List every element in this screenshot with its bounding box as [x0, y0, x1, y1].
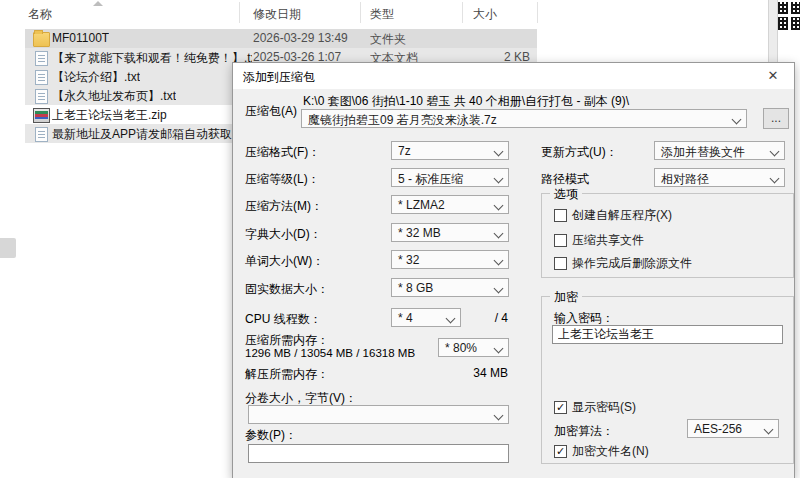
word-size-value: * 32 [398, 253, 419, 267]
archive-name-combo[interactable]: 魔镜街拍碧玉09 若月亮没来泳装.7z [301, 109, 747, 128]
parameters-label: 参数(P)： [245, 427, 297, 444]
format-select[interactable]: 7z [391, 141, 509, 160]
options-group-title: 选项 [550, 186, 582, 203]
solid-block-value: * 8 GB [398, 281, 433, 295]
word-size-label: 单词大小(W)： [245, 253, 324, 270]
table-row[interactable]: MF01100T 2026-03-29 13:49 文件夹 [25, 29, 537, 48]
file-name: 【永久地址发布页】.txt [52, 88, 176, 105]
archive-path: K:\0 套图\06 街拍\1-10 碧玉 共 40 个相册\自行打包 - 副本… [303, 93, 629, 110]
screen: 名称 修改日期 类型 大小 MF01100T 2026-03-29 13:49 … [0, 0, 800, 478]
column-divider[interactable] [360, 2, 361, 23]
checkbox-icon[interactable] [554, 209, 567, 222]
edge-tab[interactable] [0, 238, 16, 258]
qr-fragment-icon [791, 2, 800, 14]
dictionary-label: 字典大小(D)： [245, 226, 322, 243]
add-to-archive-dialog: 添加到压缩包 ✕ 压缩包(A)： K:\0 套图\06 街拍\1-10 碧玉 共… [232, 62, 795, 478]
options-group: 选项 创建自解压程序(X) 压缩共享文件 操作完成后删除源文件 [541, 193, 794, 278]
volume-size-combo[interactable] [248, 405, 509, 424]
level-select[interactable]: 5 - 标准压缩 [391, 168, 509, 187]
path-mode-select[interactable]: 相对路径 [654, 168, 785, 187]
cpu-threads-max: / 4 [468, 311, 508, 325]
delete-after-checkbox[interactable]: 操作完成后删除源文件 [554, 255, 692, 272]
word-size-select[interactable]: * 32 [391, 250, 509, 269]
text-file-icon [35, 70, 48, 85]
solid-block-label: 固实数据大小： [245, 281, 329, 298]
qr-fragment-icon [791, 17, 800, 30]
dictionary-select[interactable]: * 32 MB [391, 223, 509, 242]
chevron-down-icon [494, 284, 504, 294]
password-input[interactable] [552, 325, 783, 344]
dialog-titlebar[interactable]: 添加到压缩包 ✕ [233, 63, 794, 89]
algorithm-select[interactable]: AES-256 [687, 419, 779, 438]
chevron-down-icon [764, 425, 774, 435]
encrypt-names-label: 加密文件名(N) [572, 443, 649, 460]
chevron-down-icon [494, 201, 504, 211]
decompress-memory-value: 34 MB [448, 366, 508, 380]
dialog-title: 添加到压缩包 [243, 69, 315, 86]
checkbox-checked-icon[interactable]: ✓ [554, 401, 567, 414]
encryption-group: 加密 输入密码： ✓ 显示密码(S) 加密算法： AES-256 ✓ 加密文件名… [541, 296, 794, 464]
cpu-threads-select[interactable]: * 4 [391, 308, 461, 327]
solid-block-select[interactable]: * 8 GB [391, 278, 509, 297]
memory-usage-detail: 1296 MB / 13054 MB / 16318 MB [245, 347, 415, 359]
qr-fragment-icon [778, 17, 788, 30]
folder-icon [33, 32, 50, 47]
file-date: 2026-03-29 13:49 [253, 31, 348, 45]
file-name: 【来了就能下载和观看！纯免费！】.txt [52, 50, 252, 67]
update-mode-value: 添加并替换文件 [661, 145, 745, 159]
compress-shared-label: 压缩共享文件 [572, 232, 644, 249]
checkbox-icon[interactable] [554, 234, 567, 247]
algorithm-label: 加密算法： [554, 423, 614, 440]
file-type: 文件夹 [370, 31, 406, 48]
checkbox-checked-icon[interactable]: ✓ [554, 445, 567, 458]
decompress-memory-label: 解压所需内存： [245, 366, 329, 383]
method-value: * LZMA2 [398, 198, 445, 212]
update-mode-label: 更新方式(U)： [541, 144, 618, 161]
level-value: 5 - 标准压缩 [398, 172, 463, 186]
format-value: 7z [398, 144, 411, 158]
text-file-icon [35, 51, 48, 66]
column-header-type[interactable]: 类型 [370, 6, 394, 23]
file-name: MF01100T [52, 31, 109, 45]
compress-shared-checkbox[interactable]: 压缩共享文件 [554, 232, 644, 249]
browse-button[interactable]: ... [763, 108, 789, 129]
chevron-down-icon [494, 174, 504, 184]
create-sfx-checkbox[interactable]: 创建自解压程序(X) [554, 207, 672, 224]
close-icon[interactable]: ✕ [752, 63, 794, 89]
column-header-name[interactable]: 名称 [28, 6, 52, 23]
method-select[interactable]: * LZMA2 [391, 195, 509, 214]
chevron-down-icon [494, 344, 504, 354]
scrollbar[interactable] [768, 0, 778, 62]
chevron-down-icon [770, 147, 780, 157]
column-divider[interactable] [462, 2, 463, 23]
encrypt-names-checkbox[interactable]: ✓ 加密文件名(N) [554, 443, 649, 460]
chevron-down-icon [494, 147, 504, 157]
update-mode-select[interactable]: 添加并替换文件 [654, 141, 785, 160]
qr-fragment-icon [778, 2, 788, 14]
delete-after-label: 操作完成后删除源文件 [572, 255, 692, 272]
chevron-down-icon [446, 314, 456, 324]
column-divider[interactable] [537, 2, 538, 23]
path-mode-value: 相对路径 [661, 172, 709, 186]
show-password-label: 显示密码(S) [572, 399, 636, 416]
file-name: 【论坛介绍】.txt [52, 69, 140, 86]
file-name: 最新地址及APP请发邮箱自动获取！！！.. [52, 126, 252, 143]
zip-archive-icon [33, 108, 50, 123]
archive-label: 压缩包(A)： [245, 103, 309, 120]
method-label: 压缩方法(M)： [245, 198, 323, 215]
parameters-input[interactable] [248, 444, 509, 463]
dictionary-value: * 32 MB [398, 226, 441, 240]
encryption-group-title: 加密 [550, 289, 582, 306]
column-divider[interactable] [239, 2, 240, 23]
chevron-down-icon [494, 256, 504, 266]
chevron-down-icon [494, 411, 504, 421]
show-password-checkbox[interactable]: ✓ 显示密码(S) [554, 399, 636, 416]
create-sfx-label: 创建自解压程序(X) [572, 207, 672, 224]
column-header-date[interactable]: 修改日期 [253, 6, 301, 23]
chevron-down-icon [770, 174, 780, 184]
chevron-down-icon [732, 115, 742, 125]
column-header-size[interactable]: 大小 [473, 6, 497, 23]
sort-ascending-icon [93, 1, 103, 6]
checkbox-icon[interactable] [554, 257, 567, 270]
memory-percent-select[interactable]: * 80% [438, 338, 509, 357]
